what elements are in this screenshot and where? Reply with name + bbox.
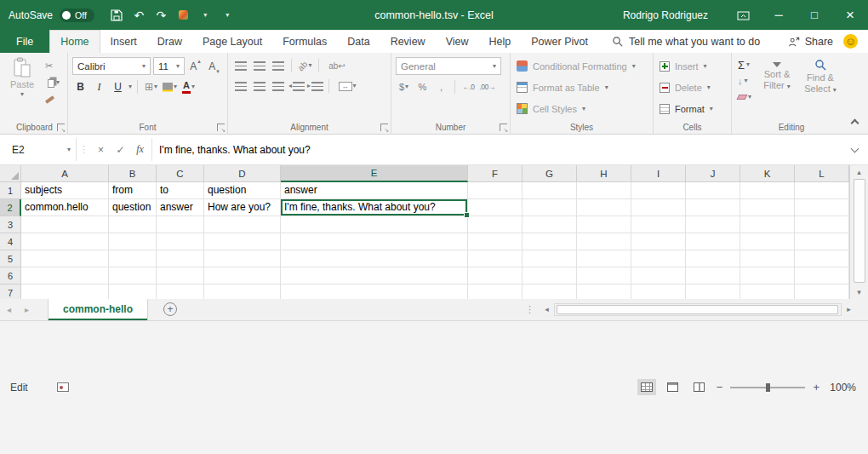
sheet-tab-common-hello[interactable]: common-hello (48, 299, 148, 320)
new-sheet-button[interactable]: + (163, 302, 177, 316)
cell-D1[interactable]: question (204, 182, 281, 199)
cell-C4[interactable] (157, 233, 204, 250)
tab-page-layout[interactable]: Page Layout (192, 30, 272, 53)
font-dialog-launcher[interactable]: ↘ (217, 124, 225, 131)
cell-C2[interactable]: answer (157, 199, 204, 216)
tab-file[interactable]: File (0, 30, 49, 53)
font-size-select[interactable]: 11 ▾ (153, 57, 185, 75)
name-box[interactable]: E2 ▾ (2, 138, 77, 161)
bold-button[interactable]: B (72, 78, 89, 95)
tab-formulas[interactable]: Formulas (272, 30, 337, 53)
cell-D7[interactable] (204, 284, 281, 299)
cell-K7[interactable] (740, 284, 795, 299)
cell-L1[interactable] (795, 182, 849, 199)
find-select-button[interactable]: Find & Select ▾ (801, 57, 840, 104)
pen-dropdown-button[interactable]: ▾ (196, 5, 215, 26)
cell-C1[interactable]: to (157, 182, 204, 199)
zoom-slider-thumb[interactable] (766, 383, 770, 392)
next-sheet-button[interactable]: ▸ (18, 299, 36, 320)
tab-insert[interactable]: Insert (100, 30, 147, 53)
row-header-1[interactable]: 1 (0, 182, 21, 199)
cell-K6[interactable] (740, 267, 795, 284)
tab-view[interactable]: View (436, 30, 479, 53)
cell-E4[interactable] (281, 233, 468, 250)
accounting-format-button[interactable]: $▾ (396, 78, 412, 95)
number-format-select[interactable]: General ▾ (396, 57, 501, 75)
font-family-select[interactable]: Calibri ▾ (72, 57, 151, 75)
cell-F5[interactable] (468, 250, 523, 267)
cell-A4[interactable] (21, 233, 109, 250)
alignment-dialog-launcher[interactable]: ↘ (380, 124, 388, 131)
column-header-K[interactable]: K (740, 165, 795, 182)
cell-B6[interactable] (109, 267, 157, 284)
horizontal-scroll-track[interactable] (554, 303, 842, 316)
select-all-button[interactable] (0, 165, 21, 182)
fill-color-button[interactable]: ▾ (162, 78, 178, 95)
scroll-right-icon[interactable]: ▸ (842, 305, 856, 313)
ribbon-display-options-button[interactable] (725, 0, 761, 30)
cell-A5[interactable] (21, 250, 109, 267)
align-top-button[interactable] (232, 57, 248, 74)
tab-power-pivot[interactable]: Power Pivot (521, 30, 598, 53)
cell-L2[interactable] (795, 199, 849, 216)
clipboard-dialog-launcher[interactable]: ↘ (57, 124, 65, 131)
tell-me-box[interactable]: Tell me what you want to do (612, 30, 760, 53)
decrease-decimal-button[interactable]: .00→ (479, 78, 495, 95)
column-header-E[interactable]: E (281, 165, 468, 182)
format-as-table-button[interactable]: Format as Table ▾ (515, 78, 648, 96)
increase-font-size-button[interactable]: A▴ (187, 58, 203, 75)
align-center-button[interactable] (251, 78, 267, 95)
column-header-C[interactable]: C (157, 165, 204, 182)
comma-style-button[interactable]: , (433, 78, 449, 95)
cell-A7[interactable] (21, 284, 109, 299)
autosum-button[interactable]: Σ▾ (736, 58, 753, 72)
cell-J4[interactable] (686, 233, 740, 250)
collapse-ribbon-button[interactable] (851, 119, 859, 128)
format-cells-button[interactable]: Format ▾ (658, 100, 727, 118)
close-button[interactable]: × (832, 0, 868, 30)
cell-G3[interactable] (523, 216, 577, 233)
cell-G6[interactable] (523, 267, 577, 284)
align-left-button[interactable] (232, 78, 248, 95)
column-header-I[interactable]: I (631, 165, 686, 182)
cell-I1[interactable] (631, 182, 686, 199)
sort-filter-button[interactable]: Sort & Filter ▾ (757, 57, 797, 104)
vertical-scrollbar[interactable]: ▴ ▾ (849, 165, 868, 299)
cell-H3[interactable] (577, 216, 631, 233)
row-header-4[interactable]: 4 (0, 233, 21, 250)
copy-button[interactable]: ▾ (43, 76, 61, 89)
user-name[interactable]: Rodrigo Rodriguez (623, 9, 708, 21)
row-header-2[interactable]: 2 (0, 199, 21, 216)
tab-draw[interactable]: Draw (147, 30, 192, 53)
cell-L7[interactable] (795, 284, 849, 299)
borders-button[interactable]: ⊞▾ (143, 78, 159, 95)
cell-L3[interactable] (795, 216, 849, 233)
cell-C7[interactable] (157, 284, 204, 299)
column-header-A[interactable]: A (21, 165, 109, 182)
cell-D5[interactable] (204, 250, 281, 267)
tab-help[interactable]: Help (479, 30, 522, 53)
column-header-J[interactable]: J (686, 165, 740, 182)
row-header-6[interactable]: 6 (0, 267, 21, 284)
zoom-slider[interactable] (730, 387, 805, 388)
cell-H6[interactable] (577, 267, 631, 284)
feedback-smiley-button[interactable]: ☺ (843, 34, 858, 49)
cell-E2[interactable]: I'm fine, thanks. What about you? (281, 199, 468, 216)
column-header-F[interactable]: F (468, 165, 523, 182)
page-layout-view-button[interactable] (664, 379, 682, 395)
column-header-H[interactable]: H (577, 165, 631, 182)
quick-access-pen-button[interactable] (174, 5, 193, 26)
cell-F1[interactable] (468, 182, 523, 199)
zoom-level[interactable]: 100% (827, 382, 856, 394)
cell-K4[interactable] (740, 233, 795, 250)
cell-J6[interactable] (686, 267, 740, 284)
column-header-B[interactable]: B (109, 165, 157, 182)
tab-bar-splitter[interactable]: ⋮ (520, 304, 540, 315)
cell-A6[interactable] (21, 267, 109, 284)
cancel-button[interactable]: × (91, 144, 111, 156)
cell-I5[interactable] (631, 250, 686, 267)
format-painter-button[interactable] (43, 93, 61, 106)
fill-button[interactable]: ↓▾ (736, 74, 753, 88)
cell-F3[interactable] (468, 216, 523, 233)
cell-styles-button[interactable]: Cell Styles ▾ (515, 100, 648, 118)
